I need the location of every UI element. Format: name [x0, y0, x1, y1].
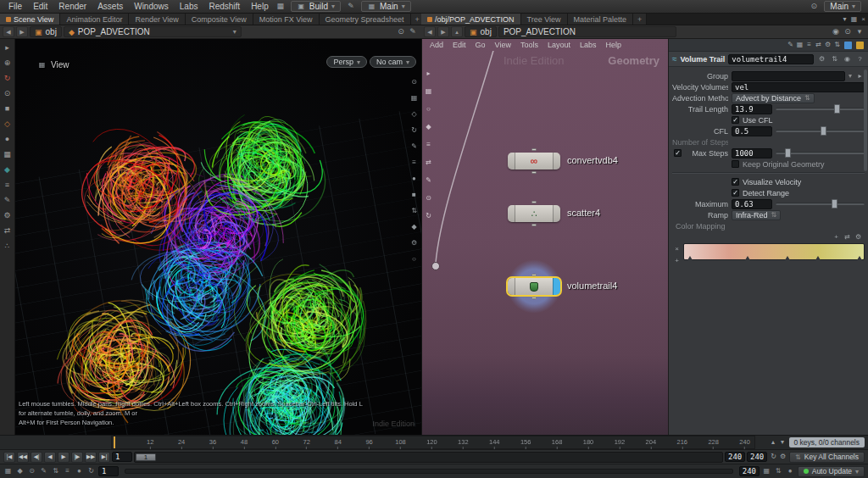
max-steps-slider[interactable]	[776, 148, 865, 158]
group-input[interactable]	[732, 71, 845, 81]
parameter-toolbar-icon[interactable]: ▦	[795, 40, 804, 51]
tab-render-view[interactable]: Render View	[129, 14, 185, 25]
tab-tree-view[interactable]: Tree View	[521, 14, 568, 25]
node-label[interactable]: volumetrail4	[567, 281, 617, 291]
up-one-level-button[interactable]: ▴	[451, 26, 463, 37]
camera-menu[interactable]: No cam ▾	[370, 56, 416, 68]
ramp-key-marker[interactable]	[785, 256, 790, 260]
node-left-flags[interactable]	[508, 278, 515, 295]
pin-icon[interactable]: ◉	[843, 53, 852, 64]
viewport-display-icon[interactable]: ≡	[409, 157, 420, 168]
end-frame-input[interactable]	[747, 452, 767, 462]
pathbar-option-icon[interactable]: ▾	[854, 26, 865, 37]
cfl-slider[interactable]	[776, 126, 865, 136]
node-input-connector[interactable]	[531, 201, 537, 203]
tab-material-palette[interactable]: Material Palette	[568, 14, 634, 25]
viewport-display-icon[interactable]: ⊙	[409, 76, 420, 87]
ramp-key-marker[interactable]	[745, 256, 750, 260]
node-output-connector[interactable]	[531, 224, 537, 226]
viewport-tool-icon[interactable]: ▸	[2, 42, 14, 53]
viewport-tool-icon[interactable]: ↻	[2, 73, 14, 84]
viewport-tool-icon[interactable]: ≡	[2, 180, 14, 191]
parameter-toolbar-icon[interactable]: ⇅	[832, 40, 842, 51]
network-menu-item[interactable]: Labs	[576, 41, 601, 49]
ramp-preset-dropdown[interactable]: Infra-Red ⇅	[732, 210, 781, 220]
pane-control-icon[interactable]: ×	[859, 14, 868, 25]
velocity-volumes-input[interactable]	[732, 82, 865, 92]
playhead-marker[interactable]	[114, 436, 115, 448]
network-menu-item[interactable]: Go	[471, 41, 490, 49]
blue-filter-icon[interactable]	[844, 42, 852, 49]
key-all-channels-button[interactable]: ⇅ Key All Channels	[789, 452, 865, 463]
new-tab-button[interactable]: +	[633, 14, 647, 25]
menu-assets[interactable]: Assets	[92, 2, 128, 11]
network-menu-item[interactable]: View	[491, 41, 515, 49]
network-tool-icon[interactable]: ◆	[423, 121, 435, 132]
grid-icon[interactable]: ▦	[275, 1, 287, 12]
auto-update-dropdown[interactable]: Auto Update ▾	[798, 466, 865, 477]
ruler-option-icon[interactable]: ▾	[778, 437, 787, 448]
playbar-option-icon[interactable]: ⇅	[51, 466, 60, 477]
scene-viewport[interactable]: ▦ View Persp ▾ No cam ▾ ⊙▦◇↻✎≡●■⇅◆⚙○ Lef…	[15, 39, 421, 435]
node-input-connector[interactable]	[531, 148, 537, 151]
menu-redshift[interactable]: Redshift	[203, 2, 245, 11]
viewport-tool-icon[interactable]: ▦	[2, 149, 14, 160]
viewport-display-icon[interactable]: ⚙	[409, 237, 420, 248]
viewport-tool-icon[interactable]: ⊙	[2, 88, 14, 99]
global-range-bar[interactable]	[125, 469, 733, 474]
ramp-insert-point-icon[interactable]: +	[672, 255, 682, 266]
transport-button[interactable]: ▶▶	[85, 452, 97, 463]
network-menu-item[interactable]: Add	[426, 41, 448, 49]
parameter-toolbar-icon[interactable]: ⇄	[814, 40, 823, 51]
node-scatter4[interactable]: ∴ scatter4	[508, 205, 560, 222]
build-desktop-chip[interactable]: ▣ Build ▾	[291, 1, 341, 12]
trail-length-input[interactable]	[732, 104, 772, 114]
range-start-input[interactable]	[112, 452, 132, 462]
viewport-display-icon[interactable]: ◆	[409, 221, 420, 232]
viewport-display-icon[interactable]: ○	[409, 253, 420, 264]
viewport-tool-icon[interactable]: ⇄	[2, 225, 14, 236]
help-icon[interactable]: ?	[855, 53, 865, 64]
node-output-connector[interactable]	[531, 171, 537, 174]
tab-animation-editor[interactable]: Animation Editor	[60, 14, 129, 25]
global-start-input[interactable]	[98, 466, 119, 476]
menu-windows[interactable]: Windows	[129, 2, 174, 11]
status-option-icon[interactable]: ●	[786, 466, 795, 477]
transport-button[interactable]: |◀	[3, 452, 15, 463]
playbar-slider[interactable]: 1	[134, 452, 723, 463]
node-display-flag[interactable]	[553, 278, 560, 295]
network-tool-icon[interactable]: ↻	[423, 210, 435, 221]
viewport-tool-icon[interactable]: ✎	[2, 195, 14, 206]
projection-menu[interactable]: Persp ▾	[326, 56, 367, 68]
pen-icon[interactable]: ✎	[345, 1, 357, 12]
transport-button[interactable]: |▶	[71, 452, 83, 463]
network-menu-item[interactable]: Edit	[448, 41, 470, 49]
menu-labs[interactable]: Labs	[175, 2, 203, 11]
viewport-tool-icon[interactable]: ■	[2, 103, 14, 114]
playbar-option-icon[interactable]: ✎	[39, 466, 48, 477]
gear-icon[interactable]: ⚙	[854, 231, 863, 242]
tab-geometry-spreadsheet[interactable]: Geometry Spreadsheet	[320, 14, 411, 25]
wire-endpoint-dot[interactable]	[432, 263, 440, 270]
playbar-option-icon[interactable]: ●	[75, 466, 84, 477]
network-crumb[interactable]: ◆ POP_ADVECTION ▾	[64, 26, 242, 37]
detect-range-checkbox[interactable]: ✓	[732, 189, 739, 197]
ramp-key-marker[interactable]	[687, 256, 693, 260]
ramp-key-marker[interactable]	[815, 256, 821, 260]
keep-original-checkbox[interactable]	[732, 160, 739, 168]
use-cfl-checkbox[interactable]: ✓	[732, 116, 739, 124]
root-crumb[interactable]: ▣ obj	[465, 26, 497, 37]
playbar-option-icon[interactable]: ↻	[86, 466, 96, 477]
max-steps-input[interactable]	[732, 148, 772, 158]
pane-control-icon[interactable]: ▦	[849, 14, 859, 25]
network-menu-item[interactable]: Layout	[543, 41, 575, 49]
network-tool-icon[interactable]: ≡	[423, 139, 435, 150]
node-label[interactable]: scatter4	[567, 208, 600, 218]
performance-icon[interactable]: ⊙	[808, 1, 820, 12]
pane-control-icon[interactable]: ▾	[840, 14, 849, 25]
back-button[interactable]: ◀	[424, 26, 436, 37]
parameter-toolbar-icon[interactable]: ≡	[804, 40, 814, 51]
keys-status-button[interactable]: 0 keys, 0/0 channels	[789, 437, 865, 447]
playbar-option-icon[interactable]: ◆	[15, 466, 25, 477]
playbar-option-icon[interactable]: ≡	[63, 466, 72, 477]
